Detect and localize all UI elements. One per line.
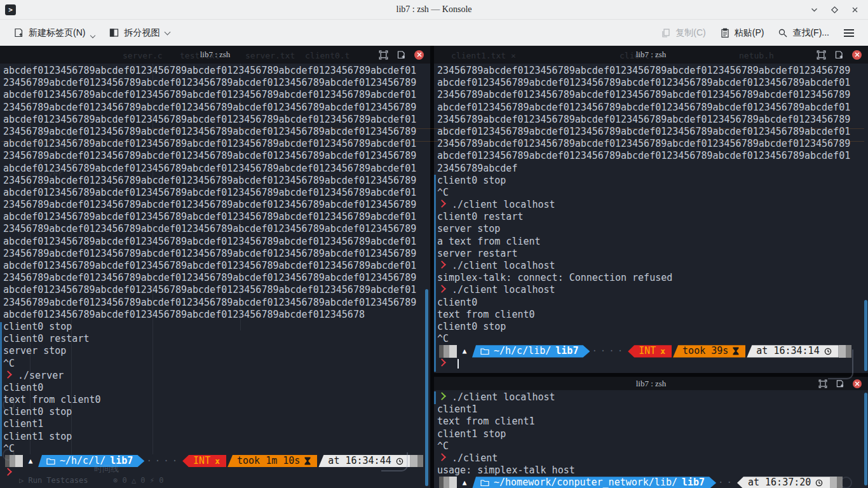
terminal-pane-top-right: lib7 : zsh 23456789abcdef0123456789abcde… — [434, 46, 868, 373]
close-view-icon[interactable] — [852, 50, 862, 60]
terminal-line: ^C — [437, 440, 868, 452]
terminal-line: client1 — [3, 418, 430, 430]
terminal-line: client1 — [437, 403, 868, 416]
terminal-line: client0 stop — [437, 321, 868, 333]
text-cursor — [458, 359, 459, 369]
cwd-dir: lib7 — [110, 455, 133, 467]
close-view-icon[interactable] — [853, 379, 862, 388]
segment-block — [5, 455, 10, 467]
terminal-line: 23456789abcdef0123456789abcdef0123456789… — [437, 138, 868, 150]
time-label: at 16:34:14 — [756, 345, 819, 357]
terminal-screen[interactable]: abcdef0123456789abcdef0123456789abcdef01… — [0, 64, 430, 479]
terminal-line: 23456789abcdef0123456789abcdef0123456789… — [3, 297, 430, 309]
output-marker — [434, 391, 436, 404]
terminal-command-line: ./client localhost — [437, 284, 868, 296]
prompt-chevron-icon — [438, 261, 446, 269]
time-segment: at 16:34:44 — [318, 455, 410, 467]
minimize-icon[interactable] — [810, 5, 818, 14]
segment-block — [830, 477, 837, 488]
pane-header: lib7 : zsh — [0, 46, 430, 64]
prompt-chevron-icon — [438, 453, 446, 461]
window-title: lib7 : zsh — Konsole — [0, 4, 868, 15]
terminal-line: 23456789abcdef0123456789abcdef0123456789… — [3, 272, 430, 284]
terminal-screen[interactable]: ./client localhostclient1text from clien… — [434, 390, 868, 488]
scrollbar-thumb[interactable] — [864, 300, 867, 371]
terminal-pane-bottom-right: lib7 : zsh ./client localhostclient1text… — [434, 377, 868, 488]
terminal-line: client0 restart — [437, 211, 868, 223]
terminal-line: abcdef0123456789abcdef0123456789abcdef01… — [3, 138, 430, 150]
terminal-line: client0 stop — [3, 321, 430, 333]
os-indicator-icon: ▲ — [457, 477, 472, 488]
os-indicator-icon: ▲ — [23, 455, 38, 467]
x-mark-icon: x — [215, 455, 220, 467]
clock-icon — [824, 348, 832, 355]
terminal-line: 23456789abcdef0123456789abcdef0123456789… — [437, 114, 868, 126]
terminal-line: 23456789abcdef0123456789abcdef0123456789… — [3, 77, 430, 89]
segment-block — [837, 477, 843, 488]
terminal-command-line: ./client localhost — [437, 391, 868, 403]
terminal-line: 23456789abcdef0123456789abcdef0123456789… — [3, 150, 430, 162]
cwd-path: ~/h/c/lib/ — [494, 345, 551, 357]
scrollbar-thumb[interactable] — [864, 393, 867, 485]
status-label: INT — [639, 345, 656, 357]
segment-block — [417, 455, 423, 467]
terminal-line: text from client0 — [3, 394, 430, 406]
maximize-view-icon[interactable] — [818, 379, 827, 388]
terminal-line: text from client1 — [437, 416, 868, 428]
main-toolbar: 新建标签页(N) 拆分视图 复制(C) 粘贴(P) 查找(F)... — [0, 20, 868, 46]
konsole-window: > lib7 : zsh — Konsole 新建标签页(N) 拆分视图 — [0, 0, 868, 488]
segment-block — [439, 345, 444, 357]
split-view-button[interactable]: 拆分视图 — [103, 24, 175, 43]
terminal-line: client1 stop — [3, 431, 430, 443]
cwd-segment: ~/h/c/l/lib7 — [38, 455, 144, 467]
x-mark-icon: x — [660, 345, 665, 357]
prompt-chevron-icon — [4, 468, 12, 476]
terminal-line: client0 — [437, 297, 868, 309]
prompt-chevron-icon — [4, 370, 12, 379]
maximize-view-icon[interactable] — [817, 50, 826, 60]
terminal-line: text from client0 — [437, 309, 868, 321]
terminal-line: ^C — [3, 443, 430, 455]
detach-view-icon[interactable] — [397, 50, 406, 60]
os-indicator-icon: ▲ — [457, 345, 472, 357]
folder-icon — [46, 458, 55, 465]
exit-status-segment: INTx — [628, 345, 672, 357]
segment-block — [846, 345, 851, 357]
terminal-line: 23456789abcdef — [437, 163, 868, 175]
terminal-command-line: ./client — [437, 452, 868, 464]
duration-segment: took 1m 10s — [227, 455, 317, 467]
time-label: at 16:34:44 — [328, 455, 391, 467]
close-view-icon[interactable] — [414, 50, 424, 60]
copy-icon — [661, 28, 671, 38]
powerline-prompt: ▲~/h/c/lib/lib7····INTxtook 39sat 16:34:… — [437, 345, 868, 357]
copy-button[interactable]: 复制(C) — [655, 24, 711, 43]
maximize-view-icon[interactable] — [379, 50, 388, 60]
detach-view-icon[interactable] — [834, 50, 844, 60]
new-tab-button[interactable]: 新建标签页(N) — [8, 24, 100, 43]
pane-header: lib7 : zsh — [434, 46, 868, 64]
hamburger-menu-icon[interactable] — [837, 25, 860, 41]
pane-title: lib7 : zsh — [0, 50, 430, 60]
hourglass-icon — [304, 457, 311, 465]
terminal-line: client1 stop — [437, 428, 868, 440]
terminal-line: 23456789abcdef0123456789abcdef0123456789… — [3, 126, 430, 138]
detach-view-icon[interactable] — [836, 379, 844, 388]
maximize-icon[interactable] — [830, 5, 839, 14]
terminal-screen[interactable]: 23456789abcdef0123456789abcdef0123456789… — [434, 64, 868, 370]
find-button[interactable]: 查找(F)... — [772, 24, 835, 43]
terminal-prompt-line — [437, 358, 868, 370]
terminal-line: abcdef0123456789abcdef0123456789abcdef01… — [437, 102, 868, 114]
segment-block — [444, 477, 449, 488]
terminal-line: 23456789abcdef0123456789abcdef0123456789… — [3, 175, 430, 187]
terminal-line: 23456789abcdef0123456789abcdef0123456789… — [437, 65, 868, 77]
terminal-line: abcdef0123456789abcdef0123456789abcdef01… — [437, 126, 868, 138]
titlebar[interactable]: > lib7 : zsh — Konsole — [0, 0, 868, 20]
terminal-line: abcdef0123456789abcdef0123456789abcdef01… — [3, 65, 430, 77]
time-segment: at 16:37:20 — [737, 477, 830, 488]
search-icon — [778, 28, 788, 38]
folder-icon — [480, 479, 489, 487]
scrollbar-thumb[interactable] — [425, 289, 428, 486]
close-icon[interactable] — [850, 5, 859, 14]
terminal-line: abcdef0123456789abcdef0123456789abcdef01… — [3, 187, 430, 199]
paste-button[interactable]: 粘贴(P) — [714, 24, 770, 43]
